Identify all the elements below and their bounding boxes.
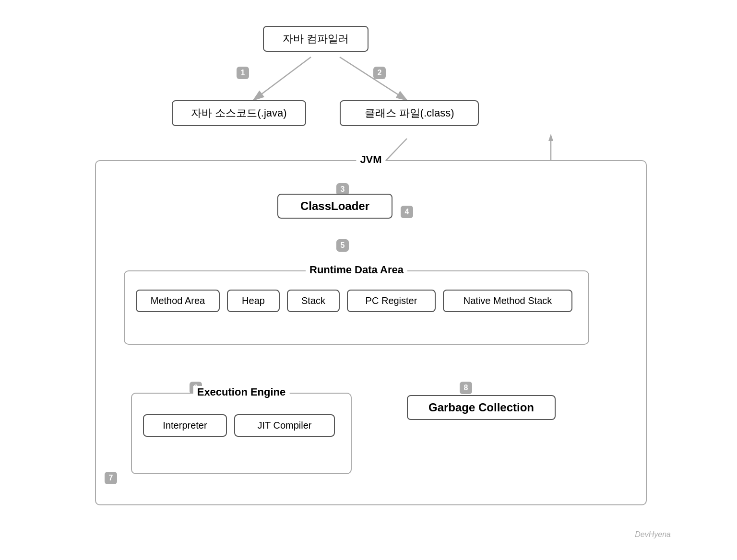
svg-marker-7 <box>548 134 553 141</box>
execution-engine-label: Execution Engine <box>193 386 290 398</box>
jvm-label: JVM <box>356 153 385 166</box>
heap-box: Heap <box>227 290 280 312</box>
badge-1: 1 <box>237 67 249 79</box>
garbage-collection-box: Garbage Collection <box>407 395 556 420</box>
interpreter-box: Interpreter <box>143 414 227 437</box>
badge-7: 7 <box>105 472 117 484</box>
svg-line-2 <box>253 57 311 100</box>
watermark: DevHyena <box>635 530 671 539</box>
badge-4: 4 <box>401 206 413 218</box>
badge-8: 8 <box>460 382 472 394</box>
method-area-box: Method Area <box>136 290 220 312</box>
compiler-box: 자바 컴파일러 <box>263 26 368 52</box>
classloader-box: ClassLoader <box>277 194 392 219</box>
runtime-data-area-label: Runtime Data Area <box>306 264 407 276</box>
classfile-box: 클래스 파일(.class) <box>340 100 479 126</box>
pc-register-box: PC Register <box>347 290 436 312</box>
native-method-stack-box: Native Method Stack <box>443 290 572 312</box>
jit-compiler-box: JIT Compiler <box>234 414 335 437</box>
source-box: 자바 소스코드(.java) <box>172 100 306 126</box>
stack-box: Stack <box>287 290 340 312</box>
badge-5: 5 <box>336 239 349 252</box>
badge-2: 2 <box>373 67 386 79</box>
svg-line-3 <box>340 57 407 100</box>
diagram-container: 자바 컴파일러 1 2 자바 소스코드(.java) 클래스 파일(.class… <box>57 16 680 544</box>
